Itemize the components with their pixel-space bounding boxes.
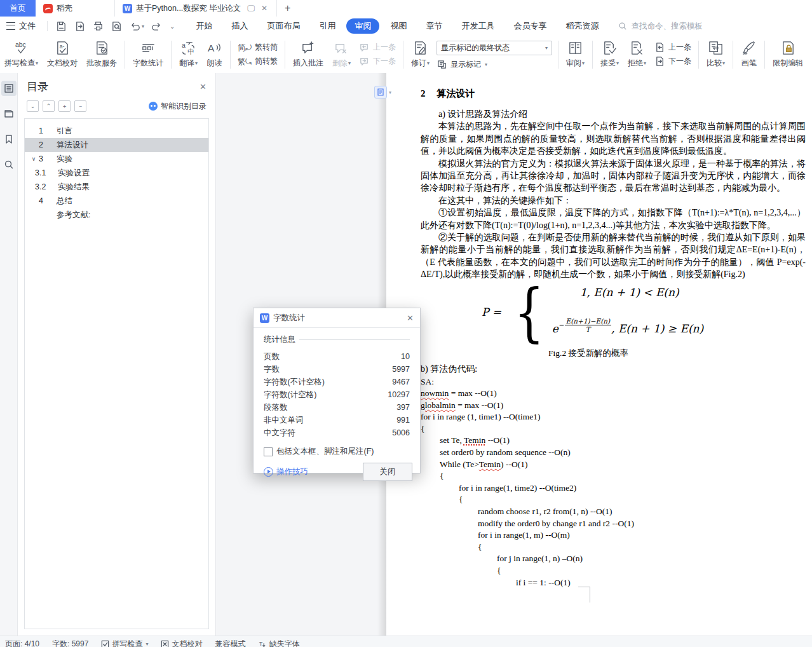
trad-to-simp-button[interactable]: 简⤾ 繁转简 [238, 42, 278, 53]
annotation-panel-button[interactable] [1, 106, 17, 121]
show-markup-button[interactable]: 显示标记▾ [436, 59, 552, 70]
export-icon[interactable] [74, 20, 86, 32]
tips-link[interactable]: 操作技巧 [264, 467, 308, 477]
print-preview-icon[interactable] [111, 20, 123, 32]
find-panel-button[interactable] [1, 157, 17, 172]
new-tab-button[interactable]: + [277, 0, 298, 17]
status-spellcheck[interactable]: 拼写检查▾ [101, 639, 148, 647]
toc-item-2[interactable]: 2算法设计 [25, 138, 208, 152]
reject-change-button[interactable]: 拒绝▾ [623, 36, 651, 73]
menu-tab-视图[interactable]: 视图 [382, 18, 415, 34]
markup-state-select[interactable]: 显示标记的最终状态▾ [436, 41, 552, 55]
brace-icon: { [514, 283, 545, 342]
toc-item-参考文献:[interactable]: 参考文献: [25, 208, 208, 222]
show-markup-icon [436, 59, 447, 70]
doc-permission-button[interactable]: 文档权限 [808, 36, 812, 73]
toc-panel: 目录 ✕ ⌄ ⌃ ＋ － 智能识别目录 1引言2算法设计∨3实验3.1实验设置3… [18, 73, 216, 636]
toc-expand-all-button[interactable]: ⌄ [27, 100, 39, 112]
chevron-down-icon: ▾ [545, 45, 548, 51]
ribbon-collapse-icon[interactable]: ⌄ [170, 23, 175, 30]
status-compat-mode[interactable]: 兼容模式 [215, 639, 245, 647]
status-word-count[interactable]: 字数: 5997 [52, 639, 88, 647]
include-footnotes-checkbox[interactable]: 包括文本框、脚注和尾注(F) [264, 446, 410, 457]
document-content: 2算法设计 a) 设计思路及算法介绍 本算法的思路为，先在解空间中任取一个点作为… [421, 87, 806, 589]
status-page[interactable]: 页面: 4/10 [5, 639, 39, 647]
correction-service-button[interactable]: 批改服务 [82, 36, 121, 73]
stat-row: 非中文单词991 [264, 414, 410, 426]
tab-close-icon[interactable]: ✕ [261, 4, 267, 13]
print-icon[interactable] [92, 20, 104, 32]
compare-button[interactable]: 比较▾ [702, 36, 729, 73]
redo-icon[interactable] [151, 20, 163, 32]
insert-comment-button[interactable]: 插入批注 [288, 36, 328, 73]
menu-tab-引用[interactable]: 引用 [311, 18, 344, 34]
pseudocode-line: { [421, 470, 806, 482]
dialog-title-bar[interactable]: W 字数统计 ✕ [254, 308, 420, 328]
status-missing-font[interactable]: T 缺失字体 [258, 639, 299, 647]
menu-tab-稻壳资源[interactable]: 稻壳资源 [557, 18, 607, 34]
pseudocode-line: if i == 1: --O(1) [421, 577, 806, 589]
prev-change-button[interactable]: 上一条 [654, 42, 691, 53]
pseudocode-line: for i in range(1, time2) --O(time2) [421, 482, 806, 494]
bookmark-icon [4, 134, 14, 144]
menu-tab-审阅[interactable]: 审阅 [346, 18, 379, 34]
word-count-button[interactable]: 字数统计 [128, 36, 168, 73]
review-pane-button[interactable]: 审阅▾ [562, 36, 589, 73]
next-comment-button[interactable]: 下一条 [359, 56, 396, 67]
divider [698, 41, 699, 69]
dialog-close-icon[interactable]: ✕ [407, 313, 414, 323]
simp-to-trad-button[interactable]: 繁⤿ 简转繁 [238, 56, 278, 67]
translate-button[interactable]: a中 翻译▾ [175, 36, 202, 73]
bookmark-panel-button[interactable] [1, 132, 17, 147]
pseudocode-line: for j in range(1, n) –O(n) [421, 553, 806, 565]
page-settings-float[interactable]: ▾ [374, 86, 391, 99]
chevron-down-icon: ▾ [389, 90, 391, 95]
document-page[interactable]: 2算法设计 a) 设计思路及算法介绍 本算法的思路为，先在解空间中任取一个点作为… [386, 73, 812, 636]
monitor-icon[interactable]: 🖵 [247, 4, 255, 13]
play-icon [264, 467, 273, 477]
toc-item-3.1[interactable]: 3.1实验设置 [25, 166, 208, 180]
smart-toc-button[interactable]: 智能识别目录 [149, 101, 206, 112]
restrict-editing-button[interactable]: 限制编辑 [768, 36, 808, 73]
stats-group-label: 统计信息 [264, 334, 295, 345]
pseudocode-line: { [421, 494, 806, 506]
menu-tab-章节[interactable]: 章节 [417, 18, 450, 34]
toc-plus-button[interactable]: ＋ [58, 100, 71, 112]
divider [558, 41, 558, 69]
prev-comment-button[interactable]: 上一条 [359, 42, 396, 53]
spellcheck-button[interactable]: abc 拼写检查▾ [0, 36, 43, 73]
menu-tab-开发工具[interactable]: 开发工具 [453, 18, 503, 34]
delete-comment-button[interactable]: 删除▾ [328, 36, 355, 73]
menu-tab-插入[interactable]: 插入 [223, 18, 256, 34]
toc-item-4[interactable]: 4总结 [25, 194, 208, 208]
stat-row: 字符数(不计空格)9467 [264, 376, 410, 388]
read-aloud-button[interactable]: A 朗读 [202, 36, 227, 73]
menu-tab-开始[interactable]: 开始 [187, 18, 220, 34]
toc-item-3.2[interactable]: 3.2实验结果 [25, 180, 208, 194]
ink-brush-icon [741, 40, 757, 56]
tab-document[interactable]: W 基于Python...数探究 毕业论文 🖵 ✕ [115, 0, 277, 17]
chevron-down-icon[interactable]: ∨ [29, 156, 39, 162]
accept-change-button[interactable]: 接受▾ [596, 36, 623, 73]
toc-minus-button[interactable]: － [74, 100, 86, 112]
toc-item-3[interactable]: ∨3实验 [25, 152, 208, 166]
undo-button[interactable]: ▾ [129, 20, 144, 32]
proofread-button[interactable]: a- 文档校对 [43, 36, 82, 73]
tab-home[interactable]: 首页 [0, 0, 36, 17]
toc-item-1[interactable]: 1引言 [25, 124, 208, 138]
tab-docer[interactable]: 稻壳 [36, 0, 115, 17]
command-search[interactable]: 查找命令、搜索模板 [618, 21, 703, 32]
toc-panel-button[interactable] [1, 81, 17, 96]
toc-collapse-all-button[interactable]: ⌃ [43, 100, 55, 112]
menu-tab-会员专享[interactable]: 会员专享 [505, 18, 555, 34]
save-icon[interactable] [55, 20, 67, 32]
track-changes-button[interactable]: 修订▾ [407, 36, 434, 73]
svg-text:A: A [208, 43, 215, 53]
toc-close-icon[interactable]: ✕ [200, 82, 206, 92]
file-menu-button[interactable]: 文件 [0, 20, 43, 32]
close-button[interactable]: 关闭 [363, 463, 412, 481]
menu-tab-页面布局[interactable]: 页面布局 [259, 18, 308, 34]
ink-button[interactable]: 画笔 [736, 36, 761, 73]
status-proofread[interactable]: 文档校对 [161, 639, 202, 647]
next-change-button[interactable]: 下一条 [654, 56, 691, 67]
